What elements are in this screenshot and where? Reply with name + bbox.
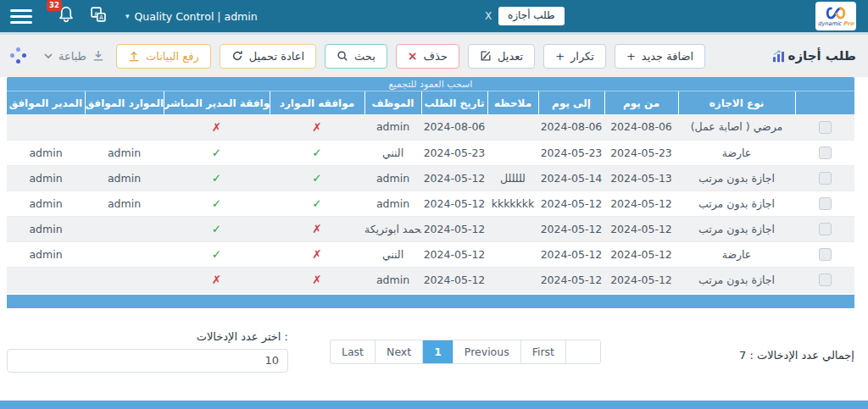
rejected-cross-icon: ✗ — [212, 273, 221, 286]
cell-direct_manager_approval: ✓ — [164, 140, 270, 165]
page-button-next[interactable]: Next — [376, 340, 423, 363]
notifications-button[interactable]: 32 — [58, 5, 75, 27]
cell-from_day: 2024-05-13 — [604, 165, 678, 191]
cell-direct_manager_approval: ✓ — [164, 191, 270, 216]
table-row: adminadmin✓✓admin2024-05-12kkkkkkk2024-0… — [7, 191, 854, 216]
entries-count-input[interactable] — [7, 349, 288, 373]
page-button-first[interactable]: First — [521, 340, 566, 363]
cell-request_date: 2024-05-12 — [421, 165, 487, 191]
bottom-bar — [0, 401, 868, 409]
notification-count-badge: 32 — [47, 0, 62, 11]
table-scrollbar[interactable] — [7, 295, 854, 308]
column-header-to_day[interactable]: إلى يوم — [538, 91, 604, 114]
cell-hr_approval: ✓ — [270, 191, 364, 216]
page-button-1[interactable]: 1 — [423, 340, 453, 363]
cell-to_day: 2024-05-23 — [538, 140, 604, 165]
cell-hr_approver — [85, 241, 164, 267]
cell-select — [795, 216, 854, 241]
rejected-cross-icon: ✗ — [312, 222, 321, 235]
delete-button[interactable]: × حذف — [396, 44, 459, 69]
cell-to_day: 2024-05-14 — [538, 165, 604, 191]
page-cell-empty — [566, 340, 600, 363]
page-button-previous[interactable]: Previous — [453, 340, 521, 363]
language-switch-button[interactable]: ع A — [90, 6, 107, 26]
cell-employee: admin — [364, 267, 421, 292]
cell-manager_approver: admin — [7, 165, 85, 191]
leave-requests-table: اسحب العمود للتجميع المدير الموافقالموار… — [7, 77, 854, 308]
column-header-request_date[interactable]: تاريخ الطلب — [421, 91, 487, 114]
table-row: admin✓✗محمد ابوتريكة2024-05-122024-05-12… — [7, 216, 854, 241]
row-checkbox[interactable] — [819, 121, 832, 134]
cell-leave_type: اجازة بدون مرتب — [678, 216, 795, 241]
row-checkbox[interactable] — [819, 223, 832, 235]
user-menu[interactable]: ▾ Quality Control | admin — [125, 10, 258, 23]
topbar: 32 ع A ▾ Quality Control | admin X طلب أ… — [0, 0, 868, 32]
delete-x-icon: × — [408, 50, 418, 62]
approved-check-icon: ✓ — [212, 222, 221, 235]
row-checkbox[interactable] — [819, 172, 832, 185]
cell-direct_manager_approval: ✗ — [164, 114, 270, 140]
reload-button[interactable]: اعادة تحميل — [220, 44, 316, 69]
column-header-direct_manager_approval[interactable]: موافقة المدير المباشر — [164, 91, 270, 114]
table-header-row: المدير الموافقالموارد الموافقموافقة المد… — [7, 91, 854, 114]
cell-request_date: 2024-05-12 — [421, 267, 487, 292]
table-row: adminadmin✓✓النني2024-05-232024-05-23202… — [7, 140, 854, 165]
cell-to_day: 2024-05-12 — [538, 241, 604, 267]
column-header-select[interactable] — [795, 91, 854, 114]
column-header-from_day[interactable]: من يوم — [604, 91, 678, 114]
tab-close-icon[interactable]: X — [485, 10, 492, 22]
cell-hr_approver: admin — [85, 165, 164, 191]
cell-leave_type: مرضي ( اصابة عمل) — [678, 114, 795, 140]
cell-leave_type: عارضة — [678, 241, 795, 267]
toolbar: طباعة رفع البيانات اعادة تحميل بحث × حذف… — [0, 35, 868, 77]
cell-hr_approval: ✗ — [270, 216, 364, 241]
column-header-leave_type[interactable]: نوع الاجازه — [678, 91, 795, 114]
rejected-cross-icon: ✗ — [312, 120, 321, 134]
column-header-note[interactable]: ملاحظه — [487, 91, 538, 114]
search-button[interactable]: بحث — [325, 44, 387, 69]
edit-pencil-icon — [480, 50, 492, 62]
pagination-wrap: LastNext1PreviousFirst — [288, 340, 643, 364]
cell-note — [487, 140, 538, 165]
column-header-manager_approver[interactable]: المدير الموافق — [7, 91, 85, 114]
cell-hr_approver: admin — [85, 140, 164, 165]
row-checkbox[interactable] — [819, 274, 832, 286]
row-checkbox[interactable] — [819, 197, 832, 210]
cell-leave_type: اجازة بدون مرتب — [678, 191, 795, 216]
cell-hr_approver — [85, 114, 164, 140]
group-by-band[interactable]: اسحب العمود للتجميع — [7, 77, 854, 91]
cell-select — [795, 241, 854, 267]
approved-check-icon: ✓ — [212, 196, 221, 210]
add-new-button[interactable]: + اضافة جديد — [615, 44, 705, 69]
upload-data-button[interactable]: رفع البيانات — [116, 44, 211, 69]
pagination: LastNext1PreviousFirst — [330, 340, 601, 364]
approved-check-icon: ✓ — [312, 171, 321, 185]
cell-note — [487, 241, 538, 267]
table-row: admin✓✗النني2024-05-122024-05-122024-05-… — [7, 241, 854, 267]
drag-dots-icon[interactable] — [10, 47, 27, 64]
cell-request_date: 2024-05-12 — [421, 191, 487, 216]
cell-select — [795, 114, 854, 140]
cell-employee: admin — [364, 191, 421, 216]
row-checkbox[interactable] — [819, 248, 832, 261]
cell-direct_manager_approval: ✓ — [164, 216, 270, 241]
column-header-hr_approver[interactable]: الموارد الموافق — [85, 91, 164, 114]
upload-icon — [128, 50, 140, 62]
row-checkbox[interactable] — [819, 146, 832, 159]
brand-swirl-icon — [824, 6, 848, 20]
print-button[interactable]: طباعة — [41, 45, 108, 68]
cell-leave_type: اجازة بدون مرتب — [678, 267, 795, 292]
plus-icon: + — [626, 51, 636, 62]
page-title: طلب أجازه — [772, 48, 856, 64]
cell-note: kkkkkkk — [487, 191, 538, 216]
column-header-employee[interactable]: الموظف — [364, 91, 421, 114]
repeat-button[interactable]: + تكرار — [543, 44, 606, 69]
tab-leave-request[interactable]: طلب أجازه — [498, 7, 565, 25]
cell-manager_approver: admin — [7, 241, 85, 267]
download-icon — [92, 50, 104, 62]
column-header-hr_approval[interactable]: موافقه الموارد — [270, 91, 364, 114]
translate-icon: ع A — [90, 6, 107, 23]
page-button-last[interactable]: Last — [331, 340, 376, 363]
edit-button[interactable]: تعديل — [468, 44, 535, 69]
hamburger-menu-icon[interactable] — [10, 9, 32, 24]
